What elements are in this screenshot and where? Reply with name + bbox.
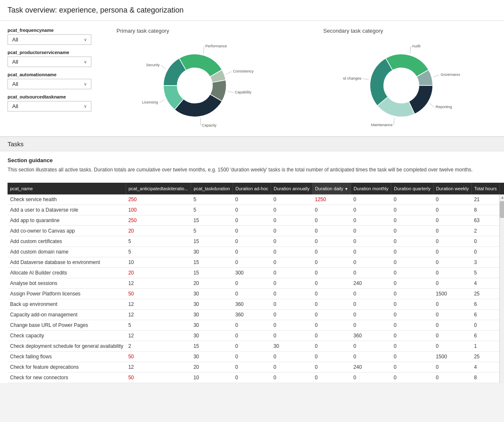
filter-label-pcat_automationname: pcat_automationname	[8, 72, 91, 77]
table-row[interactable]: Check service health250500125000021▲	[8, 194, 504, 205]
chart-line-3	[394, 118, 394, 125]
cell-pcat_anticipatedtaskiteration: 5	[126, 247, 191, 257]
page-title: Task overview: experience, persona & cat…	[0, 0, 504, 21]
table-body: Check service health250500125000021▲Add …	[8, 194, 504, 383]
chart-line-4	[363, 78, 369, 80]
cell-duration_annually: 0	[271, 352, 313, 362]
scroll-up-button[interactable]: ▲	[500, 194, 504, 200]
cell-duration_adhoc: 0	[233, 362, 271, 373]
col-header-duration_monthly[interactable]: Duration monthly	[351, 183, 391, 194]
filter-value-pcat_frequencyname: All	[12, 36, 18, 43]
cell-pcat_taskduration: 20	[191, 278, 233, 289]
cell-pcat_anticipatedtaskiteration: 250	[126, 215, 191, 226]
cell-duration_adhoc: 0	[233, 257, 271, 268]
cell-pcat_name: Add co-owner to Canvas app	[8, 226, 126, 236]
cell-duration_monthly: 0	[351, 194, 391, 205]
chart-label-3: Maintenance	[371, 123, 393, 127]
scrollbar-thumb[interactable]	[500, 201, 504, 218]
cell-duration_quarterly: 0	[391, 310, 433, 320]
chart-label-2: Capability	[235, 90, 251, 94]
cell-duration_daily: 1250	[312, 194, 351, 205]
cell-duration_quarterly: 0	[391, 194, 433, 205]
cell-duration_quarterly: 0	[391, 362, 433, 373]
cell-pcat_taskduration: 5	[191, 205, 233, 215]
table-row[interactable]: Add app to quarantine2501500000063	[8, 215, 504, 226]
cell-duration_adhoc: 0	[233, 320, 271, 331]
cell-pcat_anticipatedtaskiteration: 12	[126, 278, 191, 289]
cell-duration_annually: 0	[271, 362, 313, 373]
col-header-duration_adhoc[interactable]: Duration ad-hoc	[233, 183, 271, 194]
filter-select-pcat_automationname[interactable]: All∨	[8, 79, 91, 89]
guidance-text: This section illustrates all active task…	[8, 166, 496, 173]
cell-duration_monthly: 0	[351, 268, 391, 278]
cell-duration_adhoc: 0	[233, 331, 271, 341]
table-row[interactable]: Allocate AI Builder credits2015300000005	[8, 268, 504, 278]
sort-arrow-icon: ▼	[344, 187, 348, 191]
table-row[interactable]: Add custom certificates5150000000	[8, 236, 504, 247]
cell-pcat_name: Check for new connectors	[8, 373, 126, 383]
cell-duration_quarterly: 0	[391, 215, 433, 226]
cell-duration_weekly: 0	[433, 331, 471, 341]
cell-duration_adhoc: 0	[233, 205, 271, 215]
table-row[interactable]: Check for feature deprecations1220000240…	[8, 362, 504, 373]
cell-pcat_name: Check for feature deprecations	[8, 362, 126, 373]
cell-duration_quarterly: 0	[391, 278, 433, 289]
col-header-duration_quarterly[interactable]: Duration quarterly	[391, 183, 433, 194]
cell-total_hours: 4	[471, 278, 499, 289]
cell-duration_weekly: 0	[433, 268, 471, 278]
table-row[interactable]: Check failing flows503000000150025	[8, 352, 504, 362]
tasks-table: pcat_namepcat_anticipatedtaskiteratio...…	[8, 183, 504, 383]
filter-select-pcat_frequencyname[interactable]: All∨	[8, 34, 91, 45]
cell-duration_quarterly: 0	[391, 289, 433, 299]
cell-pcat_taskduration: 15	[191, 215, 233, 226]
cell-total_hours: 5	[471, 268, 499, 278]
cell-duration_annually: 0	[271, 194, 313, 205]
cell-duration_daily: 0	[312, 278, 351, 289]
chart-line-0	[410, 46, 411, 53]
table-row[interactable]: Check deployment schedule for general av…	[8, 341, 504, 352]
cell-pcat_name: Add app to quarantine	[8, 215, 126, 226]
table-row[interactable]: Add a user to a Dataverse role1005000000…	[8, 205, 504, 215]
scrollbar[interactable]: ▲	[499, 194, 504, 383]
cell-duration_daily: 0	[312, 236, 351, 247]
col-header-pcat_name[interactable]: pcat_name	[8, 183, 126, 194]
filter-select-pcat_productorservicename[interactable]: All∨	[8, 57, 91, 67]
cell-duration_weekly: 0	[433, 205, 471, 215]
table-row[interactable]: Add Dataverse database to environment101…	[8, 257, 504, 268]
cell-duration_adhoc: 0	[233, 236, 271, 247]
filter-select-pcat_outsourcedtaskname[interactable]: All∨	[8, 101, 91, 111]
table-header-row[interactable]: pcat_namepcat_anticipatedtaskiteratio...…	[8, 183, 504, 194]
table-row[interactable]: Assign Power Platform licenses5030000001…	[8, 289, 504, 299]
cell-pcat_name: Allocate AI Builder credits	[8, 268, 126, 278]
table-row[interactable]: Capacity add-on management1230360000006	[8, 310, 504, 320]
filter-label-pcat_outsourcedtaskname: pcat_outsourcedtaskname	[8, 94, 91, 99]
cell-pcat_anticipatedtaskiteration: 12	[126, 299, 191, 310]
cell-total_hours: 0	[471, 320, 499, 331]
col-header-duration_annually[interactable]: Duration annually	[271, 183, 313, 194]
cell-duration_weekly: 0	[433, 299, 471, 310]
col-header-duration_weekly[interactable]: Duration weekly	[433, 183, 471, 194]
cell-duration_weekly: 0	[433, 278, 471, 289]
cell-pcat_taskduration: 30	[191, 310, 233, 320]
table-row[interactable]: Analyse bot sessions1220000240004	[8, 278, 504, 289]
cell-duration_monthly: 0	[351, 373, 391, 383]
table-row[interactable]: Add co-owner to Canvas app2050000002	[8, 226, 504, 236]
table-row[interactable]: Back up environment1230360000006	[8, 299, 504, 310]
cell-pcat_name: Add custom certificates	[8, 236, 126, 247]
table-row[interactable]: Check capacity1230000360006	[8, 331, 504, 341]
col-header-pcat_taskduration[interactable]: pcat_taskduration	[191, 183, 233, 194]
table-row[interactable]: Add custom domain name5300000000	[8, 247, 504, 257]
cell-duration_annually: 0	[271, 320, 313, 331]
col-header-total_hours[interactable]: Total hours	[471, 183, 499, 194]
table-row[interactable]: Change base URL of Power Pages5300000000	[8, 320, 504, 331]
cell-pcat_taskduration: 15	[191, 341, 233, 352]
cell-pcat_taskduration: 15	[191, 268, 233, 278]
col-header-duration_daily[interactable]: Duration daily▼	[312, 183, 351, 194]
cell-pcat_taskduration: 5	[191, 226, 233, 236]
table-header[interactable]: pcat_namepcat_anticipatedtaskiteratio...…	[8, 183, 504, 194]
cell-duration_weekly: 0	[433, 362, 471, 373]
cell-duration_weekly: 0	[433, 320, 471, 331]
table-row[interactable]: Check for new connectors50100000008	[8, 373, 504, 383]
col-header-pcat_anticipatedtaskiteration[interactable]: pcat_anticipatedtaskiteratio...	[126, 183, 191, 194]
cell-duration_monthly: 0	[351, 257, 391, 268]
